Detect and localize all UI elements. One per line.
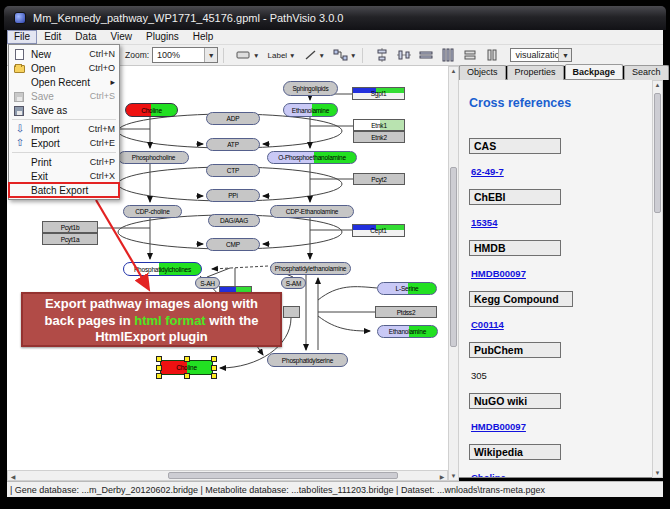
align-center-icon[interactable] <box>374 47 390 64</box>
sidebar-scrollbar[interactable]: ▲ ▼ <box>652 80 663 478</box>
chevron-down-icon[interactable]: ▼ <box>319 52 325 59</box>
selection-handle[interactable] <box>211 373 217 379</box>
metabolite-node-o-phosphoethanolamine[interactable]: O-Phosphoethanolamine <box>267 151 357 164</box>
gene-node-pcyt2[interactable]: Pcyt2 <box>353 173 405 185</box>
menu-file[interactable]: File <box>7 30 37 44</box>
metabolite-node-ctp[interactable]: CTP <box>206 164 260 177</box>
visualization-combobox[interactable]: visualization ▼ <box>510 48 572 62</box>
file-menu-popup: NewCtrl+NOpenCtrl+OOpen Recent▸SaveCtrl+… <box>8 44 120 200</box>
horizontal-scrollbar[interactable]: ◀ ▶ <box>7 470 448 481</box>
xref-link[interactable]: HMDB00097 <box>471 268 526 279</box>
file-menu-item-open-recent[interactable]: Open Recent▸ <box>9 75 119 89</box>
chevron-down-icon[interactable]: ▼ <box>289 52 295 59</box>
gene-node-sgpl1[interactable]: Sgpl1 <box>352 87 405 100</box>
gene-node[interactable] <box>283 306 300 318</box>
tab-objects[interactable]: Objects <box>459 65 506 80</box>
file-menu-item-new[interactable]: NewCtrl+N <box>9 47 119 61</box>
metabolite-node-s-ah[interactable]: S-AH <box>195 277 220 289</box>
distribute-vertical-icon[interactable] <box>440 47 456 64</box>
metabolite-node-ppi[interactable]: PPi <box>206 189 260 202</box>
tab-backpage[interactable]: Backpage <box>565 64 624 79</box>
xref-link[interactable]: 15354 <box>471 217 497 228</box>
scroll-down-icon[interactable]: ▼ <box>449 473 458 479</box>
new-page-icon <box>12 49 28 60</box>
scroll-right-icon[interactable]: ▶ <box>437 473 447 480</box>
menu-view[interactable]: View <box>103 30 139 44</box>
metabolite-node-s-am[interactable]: S-AM <box>281 277 306 289</box>
metabolite-node-phosphatidylserine[interactable]: Phosphatidylserine <box>267 353 348 367</box>
chevron-down-icon[interactable]: ▼ <box>253 52 259 59</box>
metabolite-node-sphingolipids[interactable]: Sphingolipids <box>283 81 338 96</box>
gene-node-pcyt1b[interactable]: Pcyt1b <box>42 221 98 233</box>
menu-item-label: Import <box>31 124 88 135</box>
file-menu-item-batch-export[interactable]: Batch Export <box>9 183 119 197</box>
xref-link[interactable]: C00114 <box>471 319 504 330</box>
tab-properties[interactable]: Properties <box>507 65 564 80</box>
file-menu-item-save-as[interactable]: Save as <box>9 103 119 117</box>
line-tool-button[interactable]: ▼ <box>303 47 326 64</box>
label-tool-button[interactable]: Label ▼ <box>267 47 297 64</box>
metabolite-node-atp[interactable]: ATP <box>206 138 260 151</box>
metabolite-node-ethanolamine[interactable]: Ethanolamine <box>377 325 438 338</box>
distribute-horizontal-icon[interactable] <box>418 47 434 64</box>
scroll-down-icon[interactable]: ▼ <box>653 470 662 476</box>
file-menu-item-save[interactable]: SaveCtrl+S <box>9 89 119 103</box>
selection-handle[interactable] <box>156 356 162 362</box>
chevron-down-icon[interactable]: ▼ <box>204 48 217 62</box>
file-menu-item-exit[interactable]: ExitCtrl+X <box>9 169 119 183</box>
metabolite-node-phosphocholine[interactable]: Phosphocholine <box>118 151 189 164</box>
selection-handle[interactable] <box>184 356 190 362</box>
scroll-up-icon[interactable]: ▲ <box>653 82 662 88</box>
file-menu-item-open[interactable]: OpenCtrl+O <box>9 61 119 75</box>
scroll-up-icon[interactable]: ▲ <box>449 68 458 74</box>
stack-horizontal-icon[interactable] <box>462 47 478 64</box>
align-middle-icon[interactable] <box>396 47 412 64</box>
metabolite-node-cmp[interactable]: CMP <box>206 238 260 251</box>
tab-search[interactable]: Search <box>624 65 669 80</box>
metabolite-node-adp[interactable]: ADP <box>206 112 260 125</box>
titlebar[interactable]: Mm_Kennedy_pathway_WP1771_45176.gpml - P… <box>4 6 666 30</box>
selection-handle[interactable] <box>184 373 190 379</box>
stack-vertical-icon[interactable] <box>484 47 500 64</box>
metabolite-node-ethanolamine[interactable]: Ethanolamine <box>283 103 338 117</box>
metabolite-node-cdp-choline[interactable]: CDP-choline <box>123 205 182 218</box>
menu-separator <box>12 152 116 153</box>
metabolite-node-cdp-ethanolamine[interactable]: CDP-Ethanolamine <box>270 205 354 218</box>
selection-handle[interactable] <box>156 373 162 379</box>
file-menu-item-export[interactable]: ⇧ExportCtrl+E <box>9 136 119 150</box>
scrollbar-thumb[interactable] <box>168 472 398 479</box>
metabolite-node-phosphatidylcholines[interactable]: Phosphatidylcholines <box>123 262 202 276</box>
chevron-down-icon[interactable]: ▼ <box>350 52 356 59</box>
scrollbar-thumb[interactable] <box>450 167 457 347</box>
selection-handle[interactable] <box>156 365 162 371</box>
metabolite-node-l-serine[interactable]: L-Serine <box>377 282 437 295</box>
scroll-left-icon[interactable]: ◀ <box>8 473 18 480</box>
scrollbar-thumb[interactable] <box>654 93 661 213</box>
metabolite-node-dag-aag[interactable]: DAG/AAG <box>208 214 260 227</box>
xref-link[interactable]: HMDB00097 <box>471 421 526 432</box>
menu-data[interactable]: Data <box>68 30 103 44</box>
gene-product-tool-button[interactable]: ▼ <box>235 47 260 64</box>
menu-edit[interactable]: Edit <box>37 30 68 44</box>
menu-help[interactable]: Help <box>186 30 221 44</box>
menu-item-shortcut: Ctrl+X <box>90 171 115 181</box>
metabolite-node-phosphatidylethanolamine[interactable]: Phosphatidylethanolamine <box>270 262 351 275</box>
xref-source-header: PubChem <box>469 342 561 358</box>
vertical-scrollbar[interactable]: ▲ ▼ <box>448 66 459 481</box>
menu-plugins[interactable]: Plugins <box>139 30 186 44</box>
file-menu-item-print[interactable]: PrintCtrl+P <box>9 155 119 169</box>
connector-tool-button[interactable]: ▼ <box>332 47 357 64</box>
gene-node-ptdss2[interactable]: Ptdss2 <box>375 306 437 318</box>
chevron-down-icon[interactable]: ▼ <box>558 49 571 61</box>
metabolite-node-choline[interactable]: Choline <box>125 103 178 117</box>
xref-link[interactable]: 62-49-7 <box>471 166 504 177</box>
gene-node-etnk2[interactable]: Etnk2 <box>353 131 405 143</box>
gene-node-pcyt1a[interactable]: Pcyt1a <box>42 233 98 245</box>
xref-link[interactable]: Choline <box>471 472 506 478</box>
gene-node-cept1[interactable]: Cept1 <box>352 224 405 237</box>
gene-node-etnk1[interactable]: Etnk1 <box>353 119 405 131</box>
zoom-combobox[interactable]: 100% ▼ <box>152 47 218 63</box>
selection-handle[interactable] <box>211 356 217 362</box>
file-menu-item-import[interactable]: ⇩ImportCtrl+M <box>9 122 119 136</box>
selection-handle[interactable] <box>211 365 217 371</box>
